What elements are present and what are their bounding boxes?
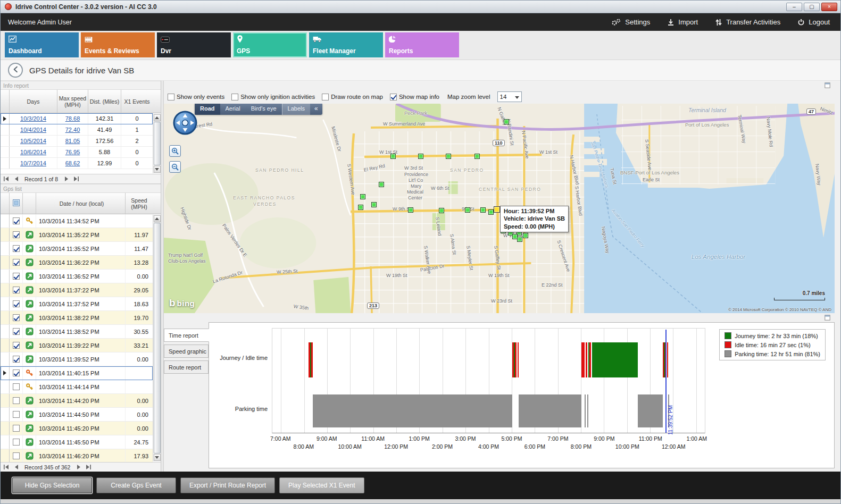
pager-next-icon[interactable] (62, 175, 71, 183)
gps-row[interactable]: 10/3/2014 11:44:50 PM 0.00 (1, 408, 153, 422)
toolbar-button[interactable]: Create Gps Event (96, 477, 176, 493)
gps-point-marker[interactable] (504, 119, 509, 124)
day-link[interactable]: 10/4/2014 (10, 124, 57, 135)
gps-row[interactable]: 10/3/2014 11:46:20 PM 17.93 (1, 449, 153, 462)
row-checkbox[interactable] (13, 328, 20, 335)
scroll-down-icon[interactable] (154, 454, 161, 461)
gps-row[interactable]: 10/3/2014 11:36:22 PM 13.28 (1, 256, 153, 270)
gps-point-marker[interactable] (517, 237, 522, 242)
gps-row[interactable]: 10/3/2014 11:45:50 PM 24.75 (1, 435, 153, 449)
map-nav-birdseye[interactable]: Bird's eye (246, 104, 282, 115)
row-checkbox[interactable] (13, 356, 20, 363)
row-checkbox[interactable] (13, 397, 20, 404)
pager-first-icon[interactable] (2, 175, 11, 183)
row-checkbox[interactable] (13, 383, 20, 390)
module-tab[interactable]: Events & Reviews (81, 32, 155, 57)
gps-row[interactable]: 10/3/2014 11:38:52 PM 30.55 (1, 325, 153, 339)
info-report-row[interactable]: 10/5/2014 81.05 172.56 2 (1, 136, 153, 147)
bing-map[interactable]: Crest RdMiraleste DrW Summerland AvePeck… (164, 104, 835, 313)
gps-point-marker[interactable] (418, 154, 423, 159)
gps-point-marker[interactable] (512, 234, 518, 239)
gps-row[interactable]: 10/3/2014 11:36:52 PM 0.00 (1, 270, 153, 283)
module-tab[interactable]: GPS (233, 32, 307, 57)
map-zoom-select[interactable]: 14 (497, 91, 522, 102)
gps-row[interactable]: 10/3/2014 11:34:52 PM (1, 214, 153, 228)
selected-gps-point-marker[interactable] (494, 206, 500, 213)
info-report-row[interactable]: 10/6/2014 76.95 5.88 0 (1, 147, 153, 158)
maximize-button[interactable]: ▢ (804, 3, 820, 11)
row-checkbox[interactable] (13, 411, 20, 418)
pager-next-icon[interactable] (74, 464, 83, 471)
gps-row[interactable]: 10/3/2014 11:37:52 PM 18.63 (1, 297, 153, 311)
gps-row[interactable]: 10/3/2014 11:37:22 PM 29.05 (1, 283, 153, 297)
max-speed-link[interactable]: 81.05 (57, 136, 88, 146)
map-nav-collapse-button[interactable]: « (310, 104, 322, 115)
toolbar-button[interactable]: Hide Gps Selection (12, 477, 92, 493)
report-tab[interactable]: Speed graphic (164, 345, 209, 358)
menubar-action[interactable]: Settings (611, 18, 650, 26)
column-header-days[interactable]: Days (10, 90, 57, 113)
gps-point-marker[interactable] (465, 207, 470, 213)
gps-point-marker[interactable] (446, 154, 451, 159)
gps-point-marker[interactable] (390, 154, 396, 159)
gps-row[interactable]: 10/3/2014 11:40:15 PM (1, 366, 153, 380)
map-zoom-out-button[interactable] (169, 161, 181, 173)
module-tab[interactable]: Fleet Manager (309, 32, 383, 57)
map-option-checkbox[interactable]: Show only events (168, 94, 224, 100)
menubar-action[interactable]: Import (667, 18, 698, 26)
scroll-up-icon[interactable] (154, 215, 161, 222)
day-link[interactable]: 10/3/2014 (10, 113, 57, 124)
info-report-row[interactable]: 10/4/2014 72.40 41.49 1 (1, 124, 153, 136)
map-zoom-in-button[interactable] (169, 145, 181, 157)
pager-last-icon[interactable] (84, 464, 93, 471)
max-speed-link[interactable]: 78.68 (57, 113, 88, 124)
toolbar-button[interactable]: Play Selected X1 Event (279, 477, 364, 493)
gps-point-marker[interactable] (474, 154, 480, 159)
menubar-action[interactable]: Transfer Activities (715, 18, 780, 26)
scrollbar-thumb[interactable] (154, 223, 161, 453)
row-checkbox[interactable] (13, 425, 20, 432)
gps-grid-scrollbar[interactable] (153, 215, 161, 461)
menubar-action[interactable]: Logout (797, 18, 830, 26)
map-option-checkbox[interactable]: Show only ignition activities (231, 94, 315, 100)
gps-point-marker[interactable] (379, 182, 384, 187)
map-nav-road[interactable]: Road (195, 104, 220, 115)
row-checkbox[interactable] (13, 287, 20, 293)
collapse-chart-panel-button[interactable] (825, 315, 830, 321)
column-header-max-speed[interactable]: Max speed (MPH) (57, 90, 88, 113)
column-header-x1-events[interactable]: X1 Events (121, 90, 153, 113)
column-header-datetime[interactable]: Date / hour (local) (36, 193, 126, 214)
map-nav-labels[interactable]: Labels (282, 104, 310, 115)
gps-point-marker[interactable] (371, 202, 377, 207)
map-option-checkbox[interactable]: Draw route on map (322, 94, 383, 100)
info-report-row[interactable]: 10/7/2014 68.62 12.99 0 (1, 158, 153, 169)
gps-row[interactable]: 10/3/2014 11:44:14 PM (1, 380, 153, 394)
back-button[interactable] (8, 63, 23, 78)
gps-point-marker[interactable] (439, 208, 444, 213)
row-checkbox[interactable] (13, 217, 20, 224)
pager-last-icon[interactable] (72, 175, 80, 183)
day-link[interactable]: 10/6/2014 (10, 147, 57, 157)
gps-row[interactable]: 10/3/2014 11:45:20 PM 0.00 (1, 422, 153, 435)
day-link[interactable]: 10/5/2014 (10, 136, 57, 146)
row-checkbox[interactable] (13, 369, 20, 376)
toolbar-button[interactable]: Export / Print Route Report (180, 477, 275, 493)
gps-row[interactable]: 10/3/2014 11:39:22 PM 33.21 (1, 339, 153, 352)
gps-point-marker[interactable] (480, 207, 486, 213)
day-link[interactable]: 10/7/2014 (10, 158, 57, 169)
row-checkbox[interactable] (13, 231, 20, 238)
info-report-row[interactable]: 10/3/2014 78.68 142.31 0 (1, 113, 153, 124)
gps-point-marker[interactable] (488, 209, 494, 215)
gps-row[interactable]: 10/3/2014 11:35:52 PM 11.47 (1, 242, 153, 256)
gps-row[interactable]: 10/3/2014 11:35:22 PM 11.97 (1, 228, 153, 242)
row-checkbox[interactable] (13, 439, 20, 446)
row-checkbox[interactable] (13, 314, 20, 321)
column-header-speed[interactable]: Speed (MPH) (126, 193, 153, 214)
pager-first-icon[interactable] (2, 464, 11, 471)
max-speed-link[interactable]: 72.40 (57, 124, 88, 135)
gps-point-marker[interactable] (523, 233, 528, 238)
gps-row[interactable]: 10/3/2014 11:38:22 PM 19.70 (1, 311, 153, 325)
map-nav-aerial[interactable]: Aerial (220, 104, 246, 115)
report-tab[interactable]: Time report (164, 329, 209, 342)
info-grid-scrollbar[interactable] (153, 114, 161, 173)
